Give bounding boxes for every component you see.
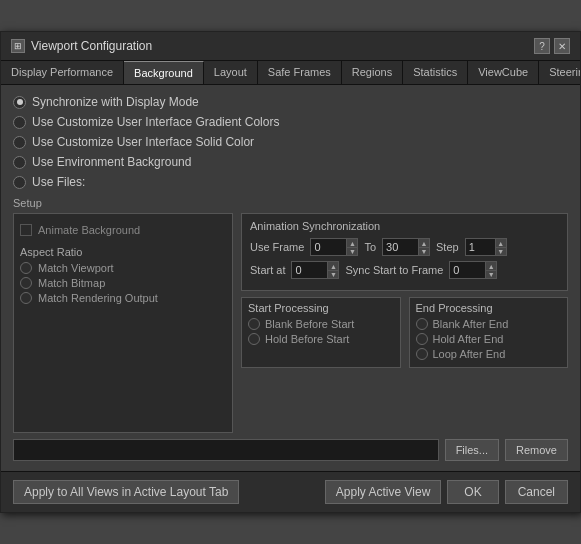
use-frame-row: Use Frame ▲ ▼ To ▲ [250,238,559,256]
radio-sync-display-button[interactable] [13,96,26,109]
tab-display-performance[interactable]: Display Performance [1,61,124,84]
aspect-bitmap-radio[interactable] [20,277,32,289]
start-processing-title: Start Processing [248,302,394,314]
sync-start-label: Sync Start to Frame [345,264,443,276]
radio-solid-label: Use Customize User Interface Solid Color [32,135,254,149]
step-label: Step [436,241,459,253]
to-field: ▲ ▼ [382,238,430,256]
loop-after-end-radio[interactable] [416,348,428,360]
loop-after-end-label: Loop After End [433,348,506,360]
aspect-viewport-radio[interactable] [20,262,32,274]
aspect-bitmap-label: Match Bitmap [38,277,105,289]
setup-area: Animate Background Aspect Ratio Match Vi… [13,213,568,433]
blank-after-end-row: Blank After End [416,318,562,330]
close-button[interactable]: ✕ [554,38,570,54]
tab-viewcube[interactable]: ViewCube [468,61,539,84]
ok-button[interactable]: OK [447,480,498,504]
blank-before-start-label: Blank Before Start [265,318,354,330]
sync-start-up[interactable]: ▲ [485,261,497,270]
tab-background[interactable]: Background [124,61,204,84]
use-frame-up[interactable]: ▲ [346,238,358,247]
tab-statistics[interactable]: Statistics [403,61,468,84]
radio-sync-display: Synchronize with Display Mode [13,95,568,109]
title-bar-left: ⊞ Viewport Configuration [11,39,152,53]
use-frame-input[interactable] [310,238,346,256]
radio-sync-display-label: Synchronize with Display Mode [32,95,199,109]
hold-before-start-row: Hold Before Start [248,333,394,345]
viewport-config-dialog: ⊞ Viewport Configuration ? ✕ Display Per… [0,31,581,513]
processing-row: Start Processing Blank Before Start Hold… [241,297,568,368]
blank-before-start-row: Blank Before Start [248,318,394,330]
aspect-ratio-section: Aspect Ratio Match Viewport Match Bitmap… [20,246,226,304]
step-down[interactable]: ▼ [495,247,507,256]
blank-before-start-radio[interactable] [248,318,260,330]
step-up[interactable]: ▲ [495,238,507,247]
to-arrows: ▲ ▼ [418,238,430,256]
title-bar: ⊞ Viewport Configuration ? ✕ [1,32,580,61]
remove-button[interactable]: Remove [505,439,568,461]
setup-label: Setup [13,197,568,209]
tab-steeringwheels[interactable]: SteeringWheels [539,61,580,84]
sync-start-input[interactable] [449,261,485,279]
hold-before-start-radio[interactable] [248,333,260,345]
setup-right-panel: Animation Synchronization Use Frame ▲ ▼ … [241,213,568,433]
title-bar-controls: ? ✕ [534,38,570,54]
tab-safe-frames[interactable]: Safe Frames [258,61,342,84]
aspect-ratio-title: Aspect Ratio [20,246,226,258]
start-at-up[interactable]: ▲ [327,261,339,270]
animation-sync-box: Animation Synchronization Use Frame ▲ ▼ … [241,213,568,291]
radio-files-button[interactable] [13,176,26,189]
aspect-match-viewport: Match Viewport [20,262,226,274]
animate-background-label: Animate Background [38,224,140,236]
tab-content: Synchronize with Display Mode Use Custom… [1,85,580,471]
step-arrows: ▲ ▼ [495,238,507,256]
animate-background-row: Animate Background [20,224,226,236]
tab-regions[interactable]: Regions [342,61,403,84]
background-radio-group: Synchronize with Display Mode Use Custom… [13,95,568,189]
aspect-viewport-label: Match Viewport [38,262,114,274]
file-path-input[interactable] [13,439,439,461]
cancel-button[interactable]: Cancel [505,480,568,504]
file-row: Files... Remove [13,439,568,461]
step-field: ▲ ▼ [465,238,507,256]
to-label: To [364,241,376,253]
hold-after-end-label: Hold After End [433,333,504,345]
sync-start-field: ▲ ▼ [449,261,497,279]
blank-after-end-radio[interactable] [416,318,428,330]
loop-after-end-row: Loop After End [416,348,562,360]
hold-after-end-radio[interactable] [416,333,428,345]
tab-bar: Display Performance Background Layout Sa… [1,61,580,85]
start-at-input[interactable] [291,261,327,279]
step-input[interactable] [465,238,495,256]
to-up[interactable]: ▲ [418,238,430,247]
to-down[interactable]: ▼ [418,247,430,256]
radio-gradient-label: Use Customize User Interface Gradient Co… [32,115,279,129]
dialog-title: Viewport Configuration [31,39,152,53]
use-frame-down[interactable]: ▼ [346,247,358,256]
sync-start-down[interactable]: ▼ [485,270,497,279]
start-at-row: Start at ▲ ▼ Sync Start to Frame [250,261,559,279]
aspect-rendering-radio[interactable] [20,292,32,304]
radio-environment-button[interactable] [13,156,26,169]
footer-right: Apply Active View OK Cancel [325,480,568,504]
start-at-field: ▲ ▼ [291,261,339,279]
apply-view-button[interactable]: Apply Active View [325,480,442,504]
files-button[interactable]: Files... [445,439,499,461]
tab-layout[interactable]: Layout [204,61,258,84]
start-processing-box: Start Processing Blank Before Start Hold… [241,297,401,368]
aspect-rendering-label: Match Rendering Output [38,292,158,304]
use-frame-field: ▲ ▼ [310,238,358,256]
help-button[interactable]: ? [534,38,550,54]
radio-use-files: Use Files: [13,175,568,189]
end-processing-box: End Processing Blank After End Hold Afte… [409,297,569,368]
to-input[interactable] [382,238,418,256]
end-processing-title: End Processing [416,302,562,314]
radio-solid-button[interactable] [13,136,26,149]
footer: Apply to All Views in Active Layout Tab … [1,471,580,512]
animate-background-checkbox[interactable] [20,224,32,236]
radio-environment: Use Environment Background [13,155,568,169]
start-at-down[interactable]: ▼ [327,270,339,279]
aspect-match-bitmap: Match Bitmap [20,277,226,289]
apply-all-button[interactable]: Apply to All Views in Active Layout Tab [13,480,239,504]
radio-gradient-button[interactable] [13,116,26,129]
